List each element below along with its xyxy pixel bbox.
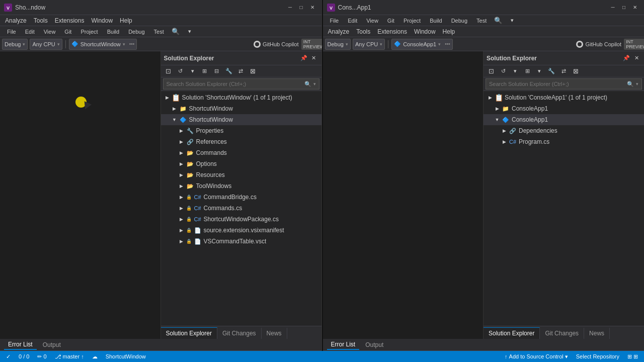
- tree-item-props-left[interactable]: ▶ 🔧 Properties: [161, 125, 321, 136]
- se-tb6-left[interactable]: 🔧: [223, 66, 234, 77]
- expand-deps-right[interactable]: ▶: [501, 127, 508, 134]
- expand-vsixmanifest-left[interactable]: ▶: [178, 227, 185, 234]
- se-tb8-left[interactable]: ⊠: [248, 66, 259, 77]
- menu-view-left[interactable]: View: [41, 28, 59, 36]
- config-dropdown-left[interactable]: Debug ▾: [2, 39, 28, 50]
- output-tab-output-right[interactable]: Output: [361, 340, 387, 349]
- menu-file-right[interactable]: File: [327, 17, 342, 25]
- menu-edit-left[interactable]: Edit: [22, 28, 38, 36]
- menu-tools-right[interactable]: Tools: [353, 27, 373, 36]
- tree-item-proj2-right[interactable]: ▼ 🔷 ConsoleApp1: [484, 114, 644, 125]
- expand-resources-left[interactable]: ▶: [178, 171, 185, 178]
- menu-help-left[interactable]: Help: [117, 16, 135, 25]
- se-pin-left[interactable]: 📌: [299, 54, 308, 63]
- se-close-left[interactable]: ✕: [309, 54, 318, 63]
- expand-commandbridge-left[interactable]: ▶: [178, 194, 185, 201]
- expand-refs-left[interactable]: ▶: [178, 138, 185, 145]
- se-tb3-left[interactable]: ▾: [187, 66, 198, 77]
- tree-item-commandscs-left[interactable]: ▶ 🔒 C# Commands.cs: [161, 203, 321, 214]
- tree-item-proj1-right[interactable]: ▶ 📁 ConsoleApp1: [484, 103, 644, 114]
- status-source-control[interactable]: ↑ Add to Source Control ▾: [503, 351, 570, 362]
- status-project-left[interactable]: ShortcutWindow: [104, 351, 148, 362]
- status-errors-left[interactable]: 0 / 0: [17, 351, 31, 362]
- se-search-dropdown-left[interactable]: ▾: [313, 81, 316, 86]
- menu-edit-right[interactable]: Edit: [345, 17, 360, 25]
- expand-vsct-left[interactable]: ▶: [178, 238, 185, 245]
- se-search-dropdown-right[interactable]: ▾: [636, 81, 638, 86]
- expand-proj1-right[interactable]: ▶: [494, 105, 501, 112]
- preview-btn-right[interactable]: INT PREVIEW: [631, 39, 642, 50]
- se-tb4-right[interactable]: ⊞: [522, 66, 533, 77]
- platform-dropdown-left[interactable]: Any CPU ▾: [30, 39, 62, 50]
- se-tb4-left[interactable]: ⊞: [199, 66, 210, 77]
- menu-build-right[interactable]: Build: [427, 17, 445, 25]
- menu-build-left[interactable]: Build: [104, 28, 122, 36]
- status-select-repo[interactable]: Select Repository: [574, 351, 621, 362]
- se-tb3-right[interactable]: ▾: [510, 66, 521, 77]
- menu-git-left[interactable]: Git: [61, 28, 74, 36]
- se-tab-explorer-right[interactable]: Solution Explorer: [484, 327, 540, 339]
- status-layout[interactable]: ⊞ ⊞: [625, 351, 640, 362]
- se-tb1-right[interactable]: ⊡: [486, 66, 497, 77]
- se-tb4b-right[interactable]: ▾: [534, 66, 545, 77]
- expand-proj1-left[interactable]: ▶: [171, 105, 178, 112]
- tree-item-refs-left[interactable]: ▶ 🔗 References: [161, 136, 321, 147]
- tree-item-commandbridge-left[interactable]: ▶ 🔒 C# CommandBridge.cs: [161, 192, 321, 203]
- copilot-btn-right[interactable]: GitHub Copilot: [573, 40, 624, 49]
- menu-window-left[interactable]: Window: [88, 16, 116, 25]
- menu-view-right[interactable]: View: [363, 17, 381, 25]
- tree-item-swpackage-left[interactable]: ▶ 🔒 C# ShortcutWindowPackage.cs: [161, 214, 321, 225]
- search-btn-right[interactable]: 🔍: [493, 15, 504, 26]
- menu-project-right[interactable]: Project: [400, 17, 424, 25]
- expand-commandscs-left[interactable]: ▶: [178, 205, 185, 212]
- close-btn-left[interactable]: ✕: [307, 3, 317, 13]
- output-tab-errors-right[interactable]: Error List: [327, 340, 360, 350]
- tree-item-programcs-right[interactable]: ▶ C# Program.cs: [484, 136, 644, 147]
- minimize-btn-right[interactable]: ─: [608, 3, 618, 13]
- menu-window-right[interactable]: Window: [411, 27, 439, 36]
- se-tb7-left[interactable]: ⇄: [235, 66, 247, 77]
- se-tb2-left[interactable]: ↺: [175, 66, 186, 77]
- menu-test-right[interactable]: Test: [473, 17, 490, 25]
- tree-item-resources-left[interactable]: ▶ 📂 Resources: [161, 169, 321, 180]
- menu-help-right[interactable]: Help: [440, 27, 458, 36]
- se-tb6-right[interactable]: ⇄: [558, 66, 569, 77]
- se-tab-git-right[interactable]: Git Changes: [540, 328, 584, 339]
- se-tb1-left[interactable]: ⊡: [163, 66, 174, 77]
- menu-analyze-right[interactable]: Analyze: [325, 27, 353, 36]
- expand-props-left[interactable]: ▶: [178, 127, 185, 134]
- expand-commands-left[interactable]: ▶: [178, 149, 185, 156]
- expand-swpackage-left[interactable]: ▶: [178, 216, 185, 223]
- output-tab-output-left[interactable]: Output: [39, 340, 65, 349]
- menu-test-left[interactable]: Test: [151, 28, 167, 36]
- se-close-right[interactable]: ✕: [632, 54, 641, 63]
- se-tb2-right[interactable]: ↺: [498, 66, 509, 77]
- se-tab-news-left[interactable]: News: [262, 328, 287, 339]
- menu-extensions-left[interactable]: Extensions: [52, 16, 88, 25]
- menu-file-left[interactable]: File: [4, 28, 19, 36]
- se-search-input-left[interactable]: [167, 81, 302, 87]
- config-dropdown-right[interactable]: Debug ▾: [325, 39, 351, 50]
- search-btn-left[interactable]: 🔍: [170, 26, 181, 37]
- search-dropdown-right[interactable]: ▾: [507, 15, 518, 26]
- restore-btn-left[interactable]: □: [296, 3, 306, 13]
- se-tab-git-left[interactable]: Git Changes: [217, 328, 262, 339]
- expand-solution-right[interactable]: ▶: [487, 94, 494, 101]
- expand-solution-left[interactable]: ▶: [164, 94, 171, 101]
- tree-item-proj2-left[interactable]: ▼ 🔷 ShortcutWindow: [161, 114, 321, 125]
- status-publish-left[interactable]: ☁: [90, 351, 100, 362]
- minimize-btn-left[interactable]: ─: [285, 3, 295, 13]
- close-btn-right[interactable]: ✕: [630, 3, 640, 13]
- copilot-btn-left[interactable]: GitHub Copilot: [251, 40, 302, 49]
- menu-project-left[interactable]: Project: [77, 28, 101, 36]
- se-tb5-right[interactable]: 🔧: [546, 66, 557, 77]
- restore-btn-right[interactable]: □: [619, 3, 629, 13]
- tree-item-vsct-left[interactable]: ▶ 🔒 📄 VSCommandTable.vsct: [161, 236, 321, 247]
- menu-debug-right[interactable]: Debug: [448, 17, 470, 25]
- tree-item-toolwindows-left[interactable]: ▶ 📂 ToolWindows: [161, 180, 321, 192]
- project-dropdown-left[interactable]: 🔷 ShortcutWindow ▾ •••: [69, 39, 137, 50]
- expand-options-left[interactable]: ▶: [178, 160, 185, 167]
- menu-debug-left[interactable]: Debug: [125, 28, 147, 36]
- tree-item-solution-right[interactable]: ▶ 📋 Solution 'ConsoleApp1' (1 of 1 proje…: [484, 92, 644, 103]
- expand-proj2-right[interactable]: ▼: [494, 116, 501, 123]
